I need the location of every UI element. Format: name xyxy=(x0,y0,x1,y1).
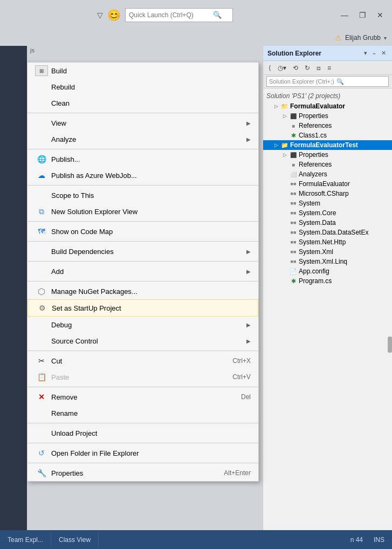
menu-item-add[interactable]: Add ▶ xyxy=(27,263,258,279)
expand-icon-refs2: ▷ xyxy=(280,162,289,167)
menu-item-cut-label: Cut xyxy=(51,357,222,365)
tree-item-system-data[interactable]: ■■ System.Data xyxy=(263,218,392,228)
menu-item-rename[interactable]: Rename xyxy=(27,405,258,421)
menu-item-scope[interactable]: Scope to This xyxy=(27,187,258,203)
tab-team-explorer[interactable]: Team Expl... xyxy=(0,533,51,547)
tree-item-references2[interactable]: ▷ ■ References xyxy=(263,160,392,169)
user-dropdown-icon[interactable]: ▾ xyxy=(384,35,387,41)
menu-item-debug[interactable]: Debug ▶ xyxy=(27,317,258,333)
se-refresh-button[interactable]: ↻ xyxy=(302,63,312,73)
separator-12 xyxy=(27,463,258,463)
menu-item-open-folder[interactable]: ↺ Open Folder in File Explorer xyxy=(27,445,258,461)
menu-item-view-label: View xyxy=(51,119,243,127)
close-button[interactable]: ✕ xyxy=(374,10,387,20)
bottom-bar: Team Expl... Class View n 44 INS xyxy=(0,530,392,549)
se-search-box[interactable]: Solution Explorer (Ctrl+;) 🔍 xyxy=(266,76,389,87)
menu-item-build[interactable]: ⊞ Build xyxy=(27,63,258,79)
restore-button[interactable]: ❐ xyxy=(356,10,369,20)
menu-item-source-control[interactable]: Source Control ▶ xyxy=(27,333,258,349)
expand-icon-props2: ▷ xyxy=(280,152,289,157)
tab-class-view[interactable]: Class View xyxy=(51,533,99,547)
analyzers-label: Analyzers xyxy=(298,170,327,178)
menu-item-cut[interactable]: ✂ Cut Ctrl+X xyxy=(27,353,258,369)
menu-item-nuget[interactable]: ⬡ Manage NuGet Packages... xyxy=(27,283,258,299)
tree-item-formula-evaluator[interactable]: ▷ 📁 FormulaEvaluator xyxy=(263,101,392,111)
expand-icon-fe: ▷ xyxy=(272,104,280,109)
source-control-arrow: ▶ xyxy=(246,338,251,344)
tree-item-properties1[interactable]: ▷ ⬛ Properties xyxy=(263,111,392,121)
build-icon: ⊞ xyxy=(35,65,48,76)
status-info: n 44 INS xyxy=(350,536,392,544)
tree-item-program-cs[interactable]: ▷ ✱ Program.cs xyxy=(263,276,392,286)
system-xml-linq-icon: ■■ xyxy=(289,259,298,264)
separator-7 xyxy=(27,281,258,282)
properties-icon2: ⬛ xyxy=(289,152,298,158)
tree-item-system-xml-linq[interactable]: ■■ System.Xml.Linq xyxy=(263,257,392,266)
expand-icon-program: ▷ xyxy=(280,278,289,284)
se-sync-button[interactable]: ⟲ xyxy=(291,63,300,73)
tree-item-class1[interactable]: ▷ ✱ Class1.cs xyxy=(263,131,392,140)
se-history-button[interactable]: ◷▾ xyxy=(276,63,288,73)
se-pin-button[interactable]: ▾ xyxy=(362,49,369,57)
separator-6 xyxy=(27,261,258,262)
separator-10 xyxy=(27,423,258,423)
menu-item-remove[interactable]: ✕ Remove Del xyxy=(27,389,258,405)
system-net-http-icon: ■■ xyxy=(289,239,298,245)
se-settings-button[interactable]: ≡ xyxy=(325,63,333,73)
menu-item-build-deps[interactable]: Build Dependencies ▶ xyxy=(27,243,258,259)
se-unpin-button[interactable]: ꟷ xyxy=(371,50,377,57)
properties-shortcut: Alt+Enter xyxy=(224,469,251,477)
tree-item-system[interactable]: ■■ System xyxy=(263,198,392,208)
quick-launch-box[interactable]: 🔍 xyxy=(125,8,233,22)
menu-item-clean[interactable]: Clean xyxy=(27,95,258,111)
tree-item-microsoft-csharp[interactable]: ■■ Microsoft.CSharp xyxy=(263,189,392,198)
tree-item-system-net-http[interactable]: ■■ System.Net.Http xyxy=(263,237,392,247)
separator-1 xyxy=(27,113,258,113)
quick-launch-input[interactable] xyxy=(129,11,210,19)
se-back-button[interactable]: ⟨ xyxy=(266,63,273,73)
tree-item-formula-evaluator-ref[interactable]: ■■ FormulaEvaluator xyxy=(263,179,392,189)
se-close-button[interactable]: ✕ xyxy=(380,49,388,57)
analyze-icon xyxy=(35,134,48,145)
menu-item-rebuild-label: Rebuild xyxy=(51,83,251,91)
tree-item-formula-evaluator-test[interactable]: ▷ 📁 FormulaEvaluatorTest xyxy=(263,140,392,150)
scrollbar-thumb[interactable] xyxy=(388,337,392,353)
minimize-button[interactable]: — xyxy=(338,10,352,20)
rebuild-icon xyxy=(35,81,48,92)
menu-item-nuget-label: Manage NuGet Packages... xyxy=(51,287,251,296)
menu-item-show-code-map[interactable]: 🗺 Show on Code Map xyxy=(27,223,258,239)
tree-item-properties2[interactable]: ▷ ⬛ Properties xyxy=(263,150,392,160)
project-icon-fet: 📁 xyxy=(280,142,289,149)
expand-icon-props1: ▷ xyxy=(280,113,289,119)
tree-item-system-data-dataset[interactable]: ■■ System.Data.DataSetEx xyxy=(263,228,392,237)
menu-item-publish[interactable]: 🌐 Publish... xyxy=(27,151,258,167)
menu-item-startup[interactable]: ⚙ Set as StartUp Project xyxy=(27,299,258,317)
analyzers-icon: ⬜ xyxy=(289,171,298,177)
menu-item-unload[interactable]: Unload Project xyxy=(27,425,258,441)
tree-item-app-config[interactable]: ▷ 📄 App.config xyxy=(263,266,392,276)
menu-item-rebuild[interactable]: Rebuild xyxy=(27,79,258,95)
status-position: n 44 xyxy=(350,536,363,544)
ref-icon1: ■ xyxy=(289,123,298,129)
fe-label: FormulaEvaluator xyxy=(289,102,345,110)
system-data-label: System.Data xyxy=(298,219,336,227)
menu-item-add-label: Add xyxy=(51,267,243,276)
tree-item-system-xml[interactable]: ■■ System.Xml xyxy=(263,247,392,257)
menu-item-debug-label: Debug xyxy=(51,321,243,329)
menu-item-view[interactable]: View ▶ xyxy=(27,115,258,131)
se-title: Solution Explorer xyxy=(267,50,362,57)
title-bar-controls: — ❐ ✕ xyxy=(338,10,387,20)
tree-item-analyzers[interactable]: ⬜ Analyzers xyxy=(263,169,392,179)
se-collapse-button[interactable]: ⧈ xyxy=(314,63,323,73)
menu-item-show-code-map-label: Show on Code Map xyxy=(51,228,251,236)
menu-item-new-se-view[interactable]: ⧉ New Solution Explorer View xyxy=(27,203,258,219)
tree-item-system-core[interactable]: ■■ System.Core xyxy=(263,208,392,218)
expand-icon-refs1: ▷ xyxy=(280,123,289,128)
expand-icon-class1: ▷ xyxy=(280,133,289,138)
menu-item-analyze[interactable]: Analyze ▶ xyxy=(27,131,258,147)
system-data-icon: ■■ xyxy=(289,220,298,225)
se-search-bar: Solution Explorer (Ctrl+;) 🔍 xyxy=(263,75,392,88)
tree-item-references1[interactable]: ▷ ■ References xyxy=(263,121,392,131)
menu-item-properties[interactable]: 🔧 Properties Alt+Enter xyxy=(27,465,258,481)
menu-item-publish-azure[interactable]: ☁ Publish as Azure WebJob... xyxy=(27,167,258,183)
